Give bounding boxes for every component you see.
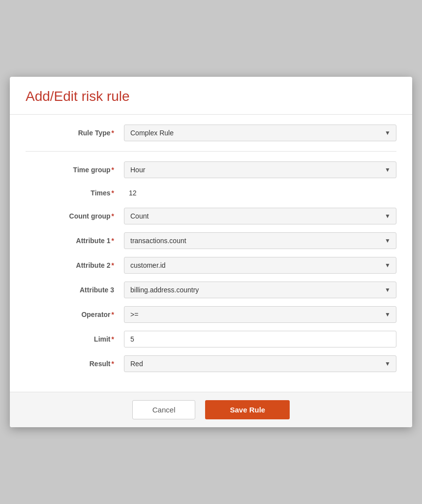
times-input[interactable]	[124, 186, 396, 200]
result-select[interactable]: Red	[124, 355, 396, 372]
rule-type-control: Complex Rule ▼	[124, 125, 396, 141]
rule-type-select[interactable]: Complex Rule	[124, 125, 396, 141]
attribute1-label: Attribute 1*	[26, 237, 124, 245]
modal-container: Add/Edit risk rule Rule Type* Complex Ru…	[10, 77, 412, 427]
operator-row: Operator* >= ▼	[26, 306, 396, 323]
time-group-select-wrapper: Hour ▼	[124, 161, 396, 178]
attribute2-control: customer.id ▼	[124, 257, 396, 274]
rule-type-select-wrapper: Complex Rule ▼	[124, 125, 396, 141]
attribute3-control: billing.address.country ▼	[124, 282, 396, 298]
time-group-select[interactable]: Hour	[124, 161, 396, 178]
result-control: Red ▼	[124, 355, 396, 372]
result-row: Result* Red ▼	[26, 355, 396, 372]
attribute1-select-wrapper: transactions.count ▼	[124, 232, 396, 249]
section-divider	[26, 151, 396, 152]
result-select-wrapper: Red ▼	[124, 355, 396, 372]
attribute1-row: Attribute 1* transactions.count ▼	[26, 232, 396, 249]
attribute3-row: Attribute 3 billing.address.country ▼	[26, 282, 396, 298]
modal-title: Add/Edit risk rule	[26, 89, 396, 104]
save-rule-button[interactable]: Save Rule	[205, 400, 290, 419]
limit-input[interactable]	[124, 331, 396, 347]
attribute2-select-wrapper: customer.id ▼	[124, 257, 396, 274]
attribute3-select-wrapper: billing.address.country ▼	[124, 282, 396, 298]
count-group-select-wrapper: Count ▼	[124, 208, 396, 224]
count-group-control: Count ▼	[124, 208, 396, 224]
attribute2-select[interactable]: customer.id	[124, 257, 396, 274]
attribute3-select[interactable]: billing.address.country	[124, 282, 396, 298]
limit-control	[124, 331, 396, 347]
time-group-label: Time group*	[26, 166, 124, 174]
count-group-row: Count group* Count ▼	[26, 208, 396, 224]
operator-label: Operator*	[26, 311, 124, 318]
operator-select-wrapper: >= ▼	[124, 306, 396, 323]
modal-header: Add/Edit risk rule	[10, 77, 412, 115]
time-group-control: Hour ▼	[124, 161, 396, 178]
count-group-select[interactable]: Count	[124, 208, 396, 224]
attribute3-label: Attribute 3	[26, 286, 124, 294]
count-group-label: Count group*	[26, 212, 124, 220]
operator-control: >= ▼	[124, 306, 396, 323]
operator-select[interactable]: >=	[124, 306, 396, 323]
times-control	[124, 186, 396, 200]
times-label: Times*	[26, 189, 124, 197]
cancel-button[interactable]: Cancel	[132, 400, 196, 419]
attribute1-select[interactable]: transactions.count	[124, 232, 396, 249]
rule-type-label: Rule Type*	[26, 129, 124, 137]
limit-row: Limit*	[26, 331, 396, 347]
times-row: Times*	[26, 186, 396, 200]
modal-body: Rule Type* Complex Rule ▼ Time group*	[10, 115, 412, 392]
result-label: Result*	[26, 360, 124, 368]
attribute1-control: transactions.count ▼	[124, 232, 396, 249]
rule-type-row: Rule Type* Complex Rule ▼	[26, 125, 396, 141]
limit-label: Limit*	[26, 335, 124, 343]
attribute2-label: Attribute 2*	[26, 261, 124, 269]
time-group-row: Time group* Hour ▼	[26, 161, 396, 178]
modal-footer: Cancel Save Rule	[10, 392, 412, 427]
attribute2-row: Attribute 2* customer.id ▼	[26, 257, 396, 274]
